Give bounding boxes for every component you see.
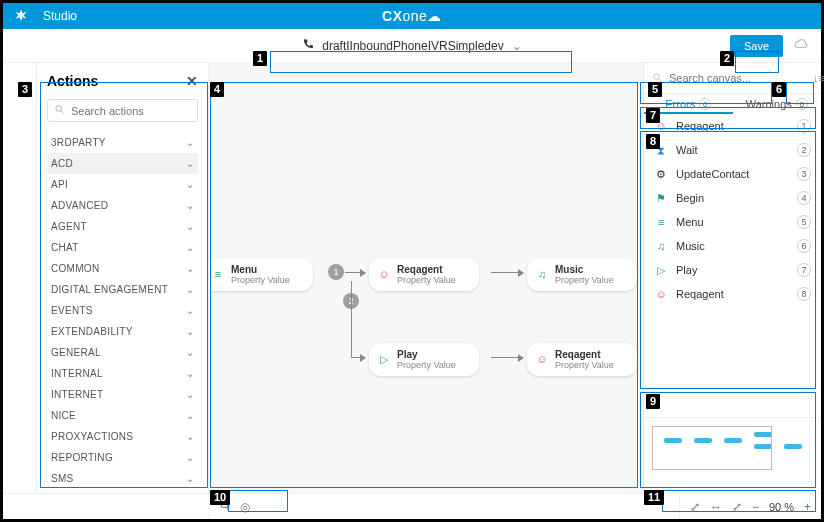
app-name: Studio [43, 9, 77, 23]
canvas[interactable]: ≡ Menu Property Value ☺ Reqagent Propert… [209, 63, 643, 493]
category-acd[interactable]: ACD⌄ [47, 153, 198, 174]
category-digital-engagement[interactable]: DIGITAL ENGAGEMENT⌄ [47, 279, 198, 300]
callout-5: 5 [648, 82, 662, 97]
category-agent[interactable]: AGENT⌄ [47, 216, 198, 237]
list-item[interactable]: ⚑Begin4 [644, 186, 821, 210]
list-icon: ≡ [654, 216, 668, 228]
node-reqagent[interactable]: ☺ Reqagent Property Value [369, 258, 479, 291]
script-header: draftIInboundPhoneIVRSimpledev ⌄ Save [3, 29, 821, 63]
cloud-sync-icon[interactable] [793, 37, 809, 55]
connector [491, 357, 523, 358]
list-item[interactable]: ⚙UpdateContact3 [644, 162, 821, 186]
list-item[interactable]: ☺Reqagent8 [644, 282, 821, 306]
svg-line-1 [61, 111, 64, 114]
canvas-search-input[interactable] [669, 72, 807, 84]
person-icon: ☺ [654, 288, 668, 300]
callout-2: 2 [720, 51, 734, 66]
category-nice[interactable]: NICE⌄ [47, 405, 198, 426]
canvas-item-list: ☺Reqagent1⧗Wait2⚙UpdateContact3⚑Begin4≡M… [644, 114, 821, 417]
category-advanced[interactable]: ADVANCED⌄ [47, 195, 198, 216]
person-icon: ☺ [535, 352, 549, 366]
validation-tabs: Errors 0 Warnings 0 [644, 94, 821, 114]
script-name: draftIInboundPhoneIVRSimpledev [322, 39, 503, 53]
actions-search[interactable] [47, 99, 198, 122]
person-icon: ☺ [377, 267, 391, 281]
fit-icon[interactable]: ⤢ [732, 500, 742, 514]
gear-icon: ⚙ [654, 168, 668, 181]
list-item[interactable]: ≡Menu5 [644, 210, 821, 234]
category-internet[interactable]: INTERNET⌄ [47, 384, 198, 405]
category-chat[interactable]: CHAT⌄ [47, 237, 198, 258]
phone-icon [302, 38, 314, 53]
node-play[interactable]: ▷ Play Property Value [369, 343, 479, 376]
zoom-in-button[interactable]: + [804, 500, 811, 514]
right-panel: ↓≡ Errors 0 Warnings 0 ☺Reqagent1⧗Wait2⚙… [643, 63, 821, 493]
actions-panel: Actions ✕ 3RDPARTY⌄ACD⌄API⌄ADVANCED⌄AGEN… [37, 63, 209, 493]
note-icon: ♫ [654, 240, 668, 252]
svg-point-2 [654, 74, 660, 80]
zoom-level: 90 % [769, 501, 794, 513]
script-selector[interactable]: draftIInboundPhoneIVRSimpledev ⌄ [292, 34, 531, 57]
connector [351, 357, 365, 358]
callout-7: 7 [646, 108, 660, 123]
list-item[interactable]: ⧗Wait2 [644, 138, 821, 162]
category-events[interactable]: EVENTS⌄ [47, 300, 198, 321]
close-icon[interactable]: ✕ [186, 73, 198, 89]
footer: ↪ ◎ ⤢ ↔ ⤢ − 90 % + [3, 493, 821, 519]
node-menu[interactable]: ≡ Menu Property Value [209, 258, 313, 291]
zoom-out-button[interactable]: − [752, 500, 759, 514]
flag-icon: ⚑ [654, 192, 668, 205]
list-item[interactable]: ▷Play7 [644, 258, 821, 282]
node-reqagent-2[interactable]: ☺ Reqagent Property Value [527, 343, 637, 376]
list-item[interactable]: ♫Music6 [644, 234, 821, 258]
brand-logo-icon [9, 4, 33, 28]
callout-11: 11 [644, 490, 664, 505]
category-reporting[interactable]: REPORTING⌄ [47, 447, 198, 468]
callout-8: 8 [646, 134, 660, 149]
category-proxyactions[interactable]: PROXYACTIONS⌄ [47, 426, 198, 447]
category-api[interactable]: API⌄ [47, 174, 198, 195]
category-common[interactable]: COMMON⌄ [47, 258, 198, 279]
save-button[interactable]: Save [730, 35, 783, 57]
center-icon[interactable]: ⤢ [690, 500, 700, 514]
callout-3: 3 [18, 82, 32, 97]
callout-1: 1 [253, 51, 267, 66]
actions-title: Actions [47, 73, 98, 89]
connector [345, 272, 365, 273]
list-item[interactable]: ☺Reqagent1 [644, 114, 821, 138]
tab-warnings[interactable]: Warnings 0 [733, 94, 822, 114]
svg-point-0 [56, 106, 62, 112]
connector [351, 281, 352, 357]
node-music[interactable]: ♫ Music Property Value [527, 258, 637, 291]
category-sms[interactable]: SMS⌄ [47, 468, 198, 489]
callout-4: 4 [210, 82, 224, 97]
play-icon: ▷ [654, 264, 668, 277]
callout-10: 10 [210, 490, 230, 505]
connector [491, 272, 523, 273]
brand-text: CXone☁ [382, 8, 442, 24]
note-icon: ♫ [535, 267, 549, 281]
minimap[interactable] [644, 417, 821, 493]
list-icon: ≡ [211, 267, 225, 281]
sort-icon[interactable]: ↓≡ [813, 72, 824, 84]
chevron-down-icon: ⌄ [512, 39, 522, 53]
callout-9: 9 [646, 394, 660, 409]
target-icon[interactable]: ◎ [240, 500, 250, 514]
app-topbar: Studio CXone☁ [3, 3, 821, 29]
play-icon: ▷ [377, 352, 391, 366]
left-rail [3, 63, 37, 493]
callout-6: 6 [772, 82, 786, 97]
search-icon [54, 104, 65, 117]
expand-h-icon[interactable]: ↔ [710, 500, 722, 514]
category-extendability[interactable]: EXTENDABILITY⌄ [47, 321, 198, 342]
actions-search-input[interactable] [71, 105, 191, 117]
category-internal[interactable]: INTERNAL⌄ [47, 363, 198, 384]
connector-badge-1: 1 [328, 264, 344, 280]
category-3rdparty[interactable]: 3RDPARTY⌄ [47, 132, 198, 153]
category-list: 3RDPARTY⌄ACD⌄API⌄ADVANCED⌄AGENT⌄CHAT⌄COM… [47, 132, 198, 493]
category-general[interactable]: GENERAL⌄ [47, 342, 198, 363]
